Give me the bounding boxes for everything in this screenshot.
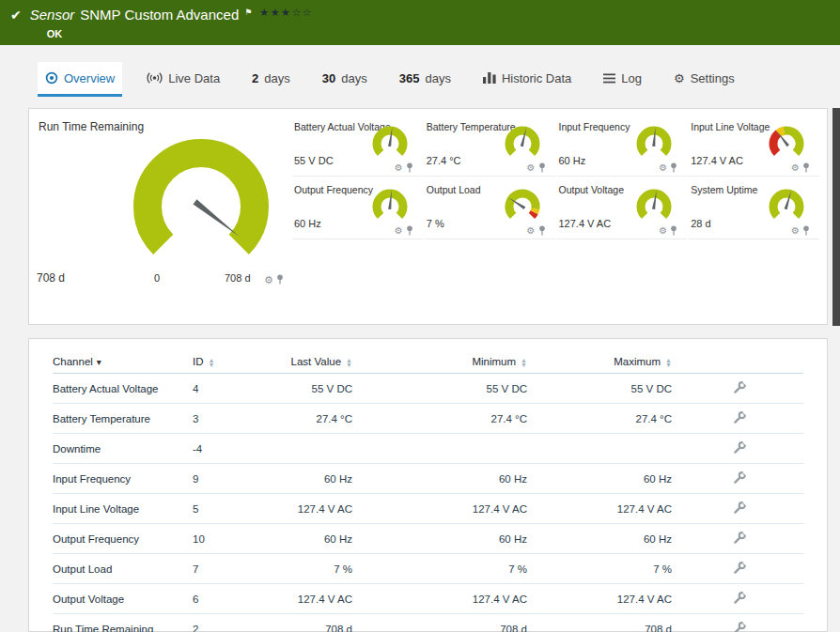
channel-name[interactable]: Run Time Remaining: [53, 614, 189, 632]
pin-icon: [276, 274, 284, 285]
gauge-icons: ⚙: [791, 160, 810, 177]
gear-icon[interactable]: ⚙: [395, 163, 403, 173]
channel-name[interactable]: Battery Temperature: [53, 404, 189, 434]
tab-365-days[interactable]: 365days: [392, 62, 459, 97]
channel-settings-button[interactable]: [733, 470, 747, 486]
channel-name[interactable]: Output Voltage: [53, 584, 189, 614]
gauge-label: Output Frequency: [294, 184, 373, 195]
wrench-icon: [733, 531, 747, 545]
sort-icon: ▲▼: [665, 358, 672, 367]
channel-name[interactable]: Output Load: [53, 554, 189, 584]
channel-settings-button[interactable]: [733, 531, 747, 547]
pin-icon[interactable]: [802, 223, 810, 239]
channel-minimum: 127.4 V AC: [356, 584, 531, 614]
channel-name[interactable]: Output Frequency: [53, 524, 189, 554]
status-badge: OK: [47, 28, 313, 39]
channel-last-value: 27.4 °C: [278, 404, 356, 434]
channel-settings-button[interactable]: [733, 501, 747, 516]
channel-last-value: 60 Hz: [278, 464, 356, 494]
overview-icon: [45, 71, 58, 85]
gauge-dial: [765, 188, 808, 224]
channel-settings-button[interactable]: [733, 440, 747, 456]
channel-maximum: 27.4 °C: [531, 404, 676, 434]
tab-live-data[interactable]: Live Data: [139, 62, 227, 97]
column-header-maximum[interactable]: Maximum▲▼: [531, 350, 676, 374]
channel-minimum: 27.4 °C: [356, 404, 531, 434]
gauge-icons: ⚙: [395, 223, 413, 239]
pin-icon[interactable]: [670, 223, 677, 239]
channel-settings-button[interactable]: [733, 380, 747, 396]
channel-name[interactable]: Battery Actual Voltage: [53, 374, 189, 404]
gear-icon[interactable]: ⚙: [659, 163, 667, 173]
chart-icon: [483, 72, 496, 84]
channel-id: 4: [189, 374, 278, 404]
wrench-icon: [733, 440, 747, 455]
gauge-label: System Uptime: [691, 184, 757, 195]
gear-icon[interactable]: ⚙: [659, 226, 667, 236]
table-row: Output Frequency1060 Hz60 Hz60 Hz: [53, 524, 803, 554]
column-header-channel[interactable]: Channel▾: [53, 350, 189, 374]
channel-maximum: 7 %: [531, 554, 676, 584]
tab-30-days[interactable]: 30days: [315, 62, 375, 97]
priority-flag-icon[interactable]: ⚑: [244, 8, 252, 17]
gear-icon[interactable]: ⚙: [791, 226, 800, 236]
channel-minimum: 60 Hz: [356, 524, 531, 554]
tab-number: 2: [252, 71, 258, 85]
channel-name[interactable]: Input Frequency: [53, 464, 189, 494]
log-icon: [603, 73, 615, 84]
channel-name[interactable]: Downtime: [53, 434, 189, 464]
channel-id: 5: [189, 494, 278, 524]
big-gauge-scale-max: 708 d: [225, 272, 251, 284]
small-gauges-grid: Battery Actual Voltage55 V DC⚙Battery Te…: [292, 116, 819, 239]
pin-icon[interactable]: [406, 223, 413, 239]
channel-name[interactable]: Input Line Voltage: [53, 494, 189, 524]
column-header-minimum[interactable]: Minimum▲▼: [356, 350, 531, 374]
channel-settings-button[interactable]: [733, 621, 747, 632]
gauge-label: Input Line Voltage: [691, 121, 770, 132]
table-row: Output Voltage6127.4 V AC127.4 V AC127.4…: [53, 584, 803, 614]
channel-settings-button[interactable]: [733, 410, 747, 426]
pin-icon[interactable]: [670, 160, 677, 177]
gauge-label: Output Load: [427, 184, 481, 195]
tab-2-days[interactable]: 2days: [244, 62, 298, 97]
table-row: Downtime-4: [53, 434, 803, 464]
title-block: Sensor SNMP Custom Advanced ⚑ ★★★☆☆ OK: [30, 7, 313, 39]
gear-icon[interactable]: ⚙: [527, 163, 536, 173]
table-row: Battery Actual Voltage455 V DC55 V DC55 …: [53, 374, 803, 404]
column-header-actions: [676, 350, 803, 374]
pin-icon[interactable]: [538, 223, 546, 239]
gear-icon[interactable]: ⚙: [527, 226, 536, 236]
tab-historic-data[interactable]: Historic Data: [475, 62, 579, 97]
object-kind-label: Sensor: [30, 7, 75, 23]
pin-icon[interactable]: [406, 160, 413, 177]
column-header-id[interactable]: ID▲▼: [189, 350, 278, 374]
scrollbar-thumb[interactable]: [832, 108, 840, 326]
tab-overview[interactable]: Overview: [38, 62, 122, 97]
channel-settings-button[interactable]: [733, 561, 747, 577]
status-check-icon: ✔: [10, 8, 22, 23]
priority-stars[interactable]: ★★★☆☆: [259, 7, 313, 18]
gauge-icons: ⚙: [395, 160, 413, 177]
channel-id: -4: [189, 434, 278, 464]
gear-icon[interactable]: ⚙: [791, 163, 800, 173]
gauge-icons: ⚙: [527, 160, 546, 177]
sort-icon: ▲▼: [209, 358, 215, 367]
tab-settings[interactable]: ⚙Settings: [666, 62, 742, 97]
pin-icon[interactable]: [538, 160, 546, 177]
tab-label: days: [425, 71, 450, 85]
wrench-icon: [733, 501, 747, 515]
gauge-value: 55 V DC: [294, 155, 334, 166]
gear-icon[interactable]: ⚙: [395, 226, 403, 236]
pin-icon[interactable]: [276, 271, 284, 288]
channel-maximum: 127.4 V AC: [531, 494, 676, 524]
channel-settings-button[interactable]: [733, 591, 747, 607]
gauge-dial: [501, 188, 544, 224]
channel-last-value: 60 Hz: [278, 524, 356, 554]
gauge-icons: ⚙: [659, 160, 677, 177]
gear-icon[interactable]: ⚙: [264, 275, 273, 285]
sensor-header: ✔ Sensor SNMP Custom Advanced ⚑ ★★★☆☆ OK: [0, 0, 840, 45]
pin-icon: [406, 225, 413, 236]
tab-log[interactable]: Log: [596, 62, 649, 97]
column-header-last-value[interactable]: Last Value▲▼: [278, 350, 356, 374]
pin-icon[interactable]: [802, 160, 810, 177]
